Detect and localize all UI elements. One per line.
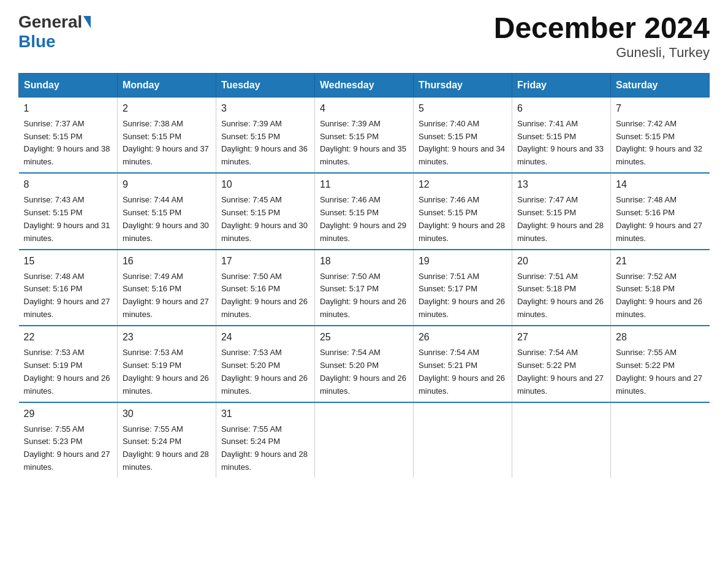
day-sunset: Sunset: 5:15 PM xyxy=(123,208,181,217)
day-sunrise: Sunrise: 7:49 AM xyxy=(123,272,183,281)
day-daylight: Daylight: 9 hours and 37 minutes. xyxy=(123,144,209,166)
calendar-week-5: 29Sunrise: 7:55 AMSunset: 5:23 PMDayligh… xyxy=(19,402,710,478)
day-sunset: Sunset: 5:16 PM xyxy=(24,284,83,293)
column-header-sunday: Sunday xyxy=(19,73,118,97)
day-sunset: Sunset: 5:20 PM xyxy=(320,361,379,370)
calendar-cell: 15Sunrise: 7:48 AMSunset: 5:16 PMDayligh… xyxy=(19,250,118,326)
calendar-cell: 2Sunrise: 7:38 AMSunset: 5:15 PMDaylight… xyxy=(117,97,216,173)
logo-blue-text: Blue xyxy=(18,32,56,51)
day-daylight: Daylight: 9 hours and 30 minutes. xyxy=(221,221,308,243)
day-daylight: Daylight: 9 hours and 27 minutes. xyxy=(616,373,702,396)
day-sunrise: Sunrise: 7:48 AM xyxy=(616,195,677,204)
day-number: 23 xyxy=(123,330,211,345)
calendar-cell: 28Sunrise: 7:55 AMSunset: 5:22 PMDayligh… xyxy=(611,326,710,402)
day-sunset: Sunset: 5:17 PM xyxy=(419,284,477,293)
day-daylight: Daylight: 9 hours and 27 minutes. xyxy=(123,297,209,319)
day-daylight: Daylight: 9 hours and 26 minutes. xyxy=(419,373,505,396)
calendar-cell: 4Sunrise: 7:39 AMSunset: 5:15 PMDaylight… xyxy=(314,97,413,173)
day-sunset: Sunset: 5:24 PM xyxy=(221,437,280,446)
calendar-header-row: SundayMondayTuesdayWednesdayThursdayFrid… xyxy=(19,73,710,97)
day-sunset: Sunset: 5:18 PM xyxy=(517,284,576,293)
day-daylight: Daylight: 9 hours and 26 minutes. xyxy=(419,297,505,319)
calendar-cell: 8Sunrise: 7:43 AMSunset: 5:15 PMDaylight… xyxy=(19,173,118,249)
day-daylight: Daylight: 9 hours and 29 minutes. xyxy=(320,221,406,243)
day-sunset: Sunset: 5:15 PM xyxy=(221,208,280,217)
day-sunset: Sunset: 5:16 PM xyxy=(221,284,280,293)
day-number: 16 xyxy=(123,254,211,269)
day-daylight: Daylight: 9 hours and 26 minutes. xyxy=(123,373,209,396)
day-daylight: Daylight: 9 hours and 27 minutes. xyxy=(517,373,604,396)
day-number: 25 xyxy=(320,330,408,345)
day-number: 5 xyxy=(419,101,507,117)
calendar-cell: 14Sunrise: 7:48 AMSunset: 5:16 PMDayligh… xyxy=(611,173,710,249)
day-sunrise: Sunrise: 7:53 AM xyxy=(221,348,282,357)
day-sunset: Sunset: 5:18 PM xyxy=(616,284,675,293)
day-number: 8 xyxy=(24,177,112,193)
calendar-cell: 26Sunrise: 7:54 AMSunset: 5:21 PMDayligh… xyxy=(413,326,512,402)
calendar-cell xyxy=(314,402,413,478)
day-sunrise: Sunrise: 7:55 AM xyxy=(24,424,85,434)
day-sunrise: Sunrise: 7:53 AM xyxy=(24,348,85,357)
day-daylight: Daylight: 9 hours and 27 minutes. xyxy=(616,221,702,243)
day-sunset: Sunset: 5:20 PM xyxy=(221,361,280,370)
day-sunrise: Sunrise: 7:54 AM xyxy=(517,348,578,357)
day-number: 29 xyxy=(24,407,112,422)
day-number: 12 xyxy=(419,177,507,193)
calendar-cell xyxy=(512,402,610,478)
calendar-cell: 25Sunrise: 7:54 AMSunset: 5:20 PMDayligh… xyxy=(314,326,413,402)
day-sunrise: Sunrise: 7:38 AM xyxy=(123,119,183,128)
day-number: 10 xyxy=(221,177,309,193)
day-daylight: Daylight: 9 hours and 33 minutes. xyxy=(517,144,604,166)
day-number: 20 xyxy=(517,254,605,269)
day-daylight: Daylight: 9 hours and 30 minutes. xyxy=(123,221,209,243)
calendar-cell xyxy=(611,402,710,478)
day-number: 31 xyxy=(221,407,309,422)
logo: General Blue xyxy=(18,12,92,52)
day-sunrise: Sunrise: 7:45 AM xyxy=(221,195,282,204)
day-sunrise: Sunrise: 7:46 AM xyxy=(419,195,479,204)
day-number: 4 xyxy=(320,101,408,117)
day-number: 2 xyxy=(123,101,211,117)
day-sunrise: Sunrise: 7:55 AM xyxy=(123,424,183,434)
day-daylight: Daylight: 9 hours and 35 minutes. xyxy=(320,144,406,166)
day-sunrise: Sunrise: 7:44 AM xyxy=(123,195,183,204)
calendar-cell: 27Sunrise: 7:54 AMSunset: 5:22 PMDayligh… xyxy=(512,326,610,402)
day-daylight: Daylight: 9 hours and 27 minutes. xyxy=(24,450,110,472)
day-number: 28 xyxy=(616,330,705,345)
day-sunset: Sunset: 5:23 PM xyxy=(24,437,83,446)
day-sunrise: Sunrise: 7:54 AM xyxy=(419,348,479,357)
column-header-monday: Monday xyxy=(117,73,216,97)
day-daylight: Daylight: 9 hours and 38 minutes. xyxy=(24,144,110,166)
day-number: 30 xyxy=(123,407,211,422)
day-daylight: Daylight: 9 hours and 26 minutes. xyxy=(320,297,406,319)
title-area: December 2024 Gunesli, Turkey xyxy=(494,12,710,61)
day-sunset: Sunset: 5:22 PM xyxy=(616,361,675,370)
calendar-cell: 16Sunrise: 7:49 AMSunset: 5:16 PMDayligh… xyxy=(117,250,216,326)
calendar-cell: 17Sunrise: 7:50 AMSunset: 5:16 PMDayligh… xyxy=(216,250,314,326)
day-sunrise: Sunrise: 7:48 AM xyxy=(24,272,85,281)
day-sunset: Sunset: 5:15 PM xyxy=(517,208,576,217)
calendar-cell: 11Sunrise: 7:46 AMSunset: 5:15 PMDayligh… xyxy=(314,173,413,249)
calendar-cell: 5Sunrise: 7:40 AMSunset: 5:15 PMDaylight… xyxy=(413,97,512,173)
day-daylight: Daylight: 9 hours and 28 minutes. xyxy=(221,450,308,472)
day-number: 13 xyxy=(517,177,605,193)
day-daylight: Daylight: 9 hours and 26 minutes. xyxy=(320,373,406,396)
day-number: 14 xyxy=(616,177,705,193)
column-header-saturday: Saturday xyxy=(611,73,710,97)
day-number: 24 xyxy=(221,330,309,345)
day-sunset: Sunset: 5:19 PM xyxy=(24,361,83,370)
day-number: 17 xyxy=(221,254,309,269)
day-daylight: Daylight: 9 hours and 28 minutes. xyxy=(517,221,604,243)
day-number: 6 xyxy=(517,101,605,117)
calendar-cell: 19Sunrise: 7:51 AMSunset: 5:17 PMDayligh… xyxy=(413,250,512,326)
day-sunrise: Sunrise: 7:50 AM xyxy=(320,272,381,281)
logo-general-text: General xyxy=(18,12,82,32)
day-sunset: Sunset: 5:15 PM xyxy=(221,132,280,141)
day-sunrise: Sunrise: 7:42 AM xyxy=(616,119,677,128)
day-sunset: Sunset: 5:21 PM xyxy=(419,361,477,370)
day-daylight: Daylight: 9 hours and 27 minutes. xyxy=(24,297,110,319)
day-sunrise: Sunrise: 7:41 AM xyxy=(517,119,578,128)
day-sunset: Sunset: 5:16 PM xyxy=(123,284,181,293)
day-daylight: Daylight: 9 hours and 26 minutes. xyxy=(221,373,308,396)
logo-triangle-icon xyxy=(83,16,91,28)
